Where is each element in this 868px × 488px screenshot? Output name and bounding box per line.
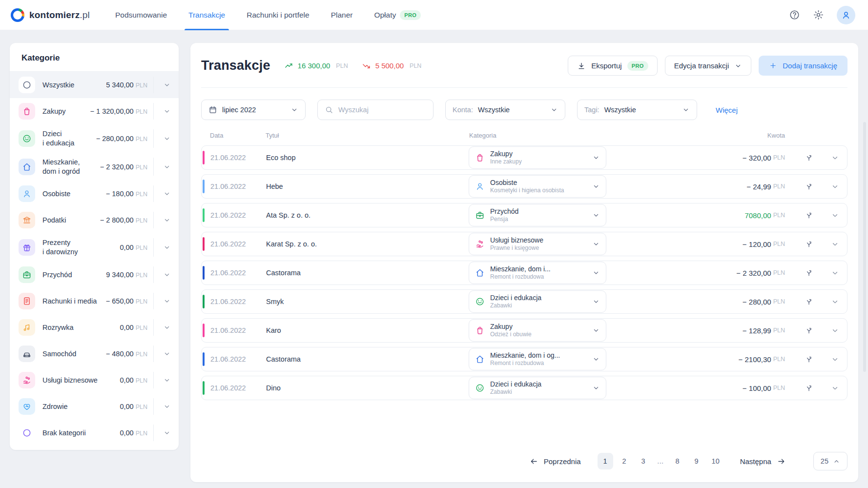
category-select[interactable]: ZakupyOdzież i obuwie bbox=[469, 319, 606, 342]
expand-row-icon[interactable] bbox=[831, 183, 839, 191]
help-icon[interactable] bbox=[789, 9, 800, 20]
category-item-rachunki-i-media[interactable]: Rachunki i media − 650,00PLN bbox=[10, 288, 179, 314]
page-button[interactable]: 2 bbox=[617, 453, 632, 469]
split-transaction-icon[interactable] bbox=[805, 326, 813, 335]
nav-planer[interactable]: Planer bbox=[331, 0, 353, 30]
category-item-zdrowie[interactable]: Zdrowie 0,00PLN bbox=[10, 393, 179, 420]
chevron-down-icon[interactable] bbox=[153, 266, 174, 283]
tags-filter-select[interactable]: Tagi:Wszystkie bbox=[577, 100, 697, 120]
category-item-podatki[interactable]: Podatki − 2 800,00PLN bbox=[10, 207, 179, 233]
split-transaction-icon[interactable] bbox=[805, 297, 813, 306]
split-transaction-icon[interactable] bbox=[805, 153, 813, 162]
split-transaction-icon[interactable] bbox=[805, 211, 813, 220]
category-item-osobiste[interactable]: Osobiste − 180,00PLN bbox=[10, 181, 179, 207]
category-item-mieszkanie[interactable]: Mieszkanie, dom i ogród − 2 320,00PLN bbox=[10, 153, 179, 181]
chevron-down-icon[interactable] bbox=[153, 238, 174, 257]
split-transaction-icon[interactable] bbox=[805, 182, 813, 191]
category-select[interactable]: Mieszkanie, dom i...Remont i rozbudowa bbox=[469, 262, 606, 284]
expand-row-icon[interactable] bbox=[831, 384, 839, 392]
split-transaction-icon[interactable] bbox=[805, 268, 813, 277]
expand-row-icon[interactable] bbox=[831, 240, 839, 248]
transaction-row[interactable]: 21.06.2022 Karat Sp. z o. o. Usługi bizn… bbox=[201, 232, 847, 256]
category-color-bar bbox=[203, 180, 205, 193]
category-select[interactable]: ZakupyInne zakupy bbox=[469, 146, 606, 169]
more-filters-link[interactable]: Więcej bbox=[716, 106, 738, 114]
income-summary: 16 300,00PLN bbox=[284, 61, 348, 71]
page-size-select[interactable]: 25 bbox=[813, 452, 847, 470]
category-item-samochod[interactable]: Samochód − 480,00PLN bbox=[10, 341, 179, 367]
chevron-down-icon[interactable] bbox=[153, 77, 174, 93]
category-item-prezenty[interactable]: Prezenty i darowizny 0,00PLN bbox=[10, 233, 179, 262]
category-color-bar bbox=[203, 237, 205, 251]
transaction-row[interactable]: 21.06.2022 Ata Sp. z o. o. PrzychódPensj… bbox=[201, 203, 847, 227]
category-select[interactable]: Usługi biznesowePrawne i księgowe bbox=[469, 233, 606, 255]
chevron-down-icon[interactable] bbox=[153, 372, 174, 388]
expand-row-icon[interactable] bbox=[831, 326, 839, 335]
category-select[interactable]: Mieszkanie, dom i og...Remont i rozbudow… bbox=[469, 348, 606, 370]
transaction-row[interactable]: 21.06.2022 Karo ZakupyOdzież i obuwie − … bbox=[201, 318, 847, 343]
chevron-down-icon[interactable] bbox=[153, 158, 174, 176]
main-nav: Podsumowanie Transakcje Rachunki i portf… bbox=[115, 0, 421, 30]
page-button[interactable]: 1 bbox=[598, 453, 613, 469]
date-range-select[interactable]: lipiec 2022 bbox=[201, 100, 306, 120]
split-transaction-icon[interactable] bbox=[805, 355, 813, 364]
expand-row-icon[interactable] bbox=[831, 355, 839, 364]
transaction-row[interactable]: 21.06.2022 Castorama Mieszkanie, dom i..… bbox=[201, 261, 847, 285]
chevron-down-icon[interactable] bbox=[153, 319, 174, 336]
nav-rachunki-i-portfele[interactable]: Rachunki i portfele bbox=[247, 0, 309, 30]
split-transaction-icon[interactable] bbox=[805, 384, 813, 392]
category-item-dzieci-i-edukacja[interactable]: Dzieci i edukacja − 280,00,00PLN bbox=[10, 124, 179, 153]
category-item-wszystkie[interactable]: Wszystkie 5 340,00PLN bbox=[10, 72, 179, 98]
chevron-down-icon[interactable] bbox=[153, 129, 174, 148]
chevron-down-icon[interactable] bbox=[153, 293, 174, 309]
edit-transactions-button[interactable]: Edycja transakcji bbox=[665, 56, 752, 76]
car-icon bbox=[19, 346, 35, 362]
chevron-down-icon[interactable] bbox=[153, 425, 174, 441]
category-item-uslugi-biznesowe[interactable]: Usługi biznesowe 0,00PLN bbox=[10, 367, 179, 393]
export-button[interactable]: Eksportuj PRO bbox=[568, 56, 658, 76]
expand-row-icon[interactable] bbox=[831, 269, 839, 277]
accounts-filter-select[interactable]: Konta:Wszystkie bbox=[445, 100, 565, 120]
page-button[interactable]: 8 bbox=[670, 453, 685, 469]
expand-row-icon[interactable] bbox=[831, 154, 839, 162]
category-item-brak-kategorii[interactable]: Brak kategorii 0,00PLN bbox=[10, 420, 179, 446]
expand-row-icon[interactable] bbox=[831, 298, 839, 306]
page-button[interactable]: 9 bbox=[689, 453, 704, 469]
page-button[interactable]: 10 bbox=[708, 453, 723, 469]
category-select[interactable]: Dzieci i edukacjaZabawki bbox=[469, 290, 606, 313]
next-page-button[interactable]: Następna bbox=[740, 457, 786, 466]
trend-up-icon bbox=[284, 61, 294, 71]
nav-oplaty[interactable]: OpłatyPRO bbox=[374, 0, 421, 30]
chevron-down-icon[interactable] bbox=[153, 103, 174, 120]
previous-page-button[interactable]: Poprzednia bbox=[529, 457, 581, 466]
category-select[interactable]: PrzychódPensja bbox=[469, 204, 606, 226]
chevron-down-icon[interactable] bbox=[153, 212, 174, 228]
nav-transakcje[interactable]: Transakcje bbox=[188, 0, 225, 30]
page-content: Kategorie Wszystkie 5 340,00PLN Zakupy −… bbox=[0, 30, 868, 488]
scrollbar[interactable] bbox=[863, 122, 866, 372]
nav-podsumowanie[interactable]: Podsumowanie bbox=[115, 0, 167, 30]
category-item-przychod[interactable]: Przychód 9 340,00PLN bbox=[10, 262, 179, 288]
category-item-rozrywka[interactable]: Rozrywka 0,00PLN bbox=[10, 314, 179, 341]
user-avatar[interactable] bbox=[837, 6, 855, 24]
transaction-row[interactable]: 21.06.2022 Eco shop ZakupyInne zakupy − … bbox=[201, 145, 847, 170]
category-select[interactable]: OsobisteKosmetyki i higiena osobista bbox=[469, 175, 606, 198]
category-item-zakupy[interactable]: Zakupy − 1 320,00,00PLN bbox=[10, 98, 179, 124]
transaction-row[interactable]: 21.06.2022 Hebe OsobisteKosmetyki i higi… bbox=[201, 174, 847, 199]
category-select[interactable]: Dzieci i edukacjaZabawki bbox=[469, 377, 606, 399]
chevron-down-icon[interactable] bbox=[153, 398, 174, 415]
chevron-down-icon[interactable] bbox=[153, 185, 174, 202]
expand-row-icon[interactable] bbox=[831, 211, 839, 220]
transaction-row[interactable]: 21.06.2022 Smyk Dzieci i edukacjaZabawki… bbox=[201, 289, 847, 314]
search-input[interactable] bbox=[338, 106, 426, 114]
page-button[interactable]: 3 bbox=[636, 453, 651, 469]
chevron-down-icon[interactable] bbox=[153, 346, 174, 362]
transactions-list: 21.06.2022 Eco shop ZakupyInne zakupy − … bbox=[201, 145, 847, 405]
transaction-row[interactable]: 21.06.2022 Dino Dzieci i edukacjaZabawki… bbox=[201, 376, 847, 400]
split-transaction-icon[interactable] bbox=[805, 240, 813, 248]
app-logo[interactable]: kontomierz.pl bbox=[11, 8, 90, 22]
chevron-down-icon bbox=[734, 62, 742, 70]
add-transaction-button[interactable]: Dodaj transakcję bbox=[759, 56, 847, 76]
settings-gear-icon[interactable] bbox=[813, 9, 824, 20]
transaction-row[interactable]: 21.06.2022 Castorama Mieszkanie, dom i o… bbox=[201, 347, 847, 371]
